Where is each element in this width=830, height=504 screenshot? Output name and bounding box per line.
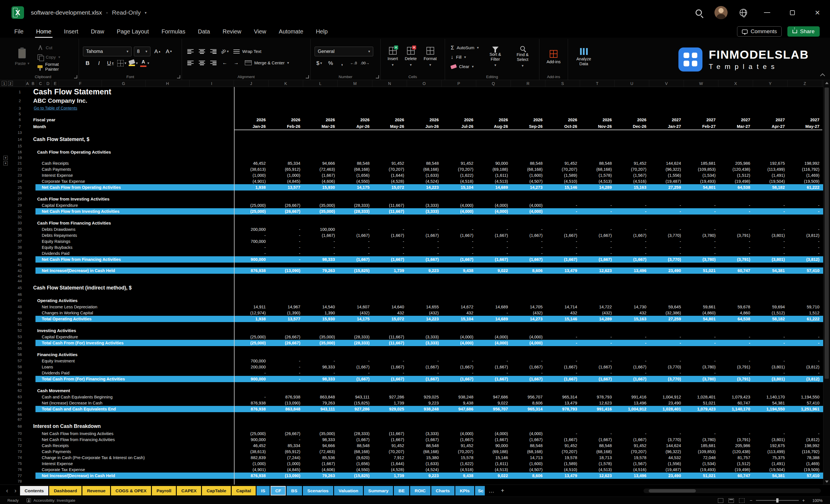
cell[interactable]: 14,967 [268,304,303,310]
cell[interactable]: 1,028,401 [649,406,684,412]
row-number[interactable]: 13 [14,130,26,135]
cell[interactable]: - [788,202,822,208]
cell[interactable]: (4,000) [476,334,511,340]
cell[interactable]: (1,578) [580,461,615,467]
cell[interactable]: 27,259 [649,184,684,190]
cell[interactable]: 14,640 [372,304,407,310]
cell[interactable]: 64,538 [719,316,753,322]
cell[interactable]: 900,000 [234,437,268,442]
column-header[interactable]: N [372,80,407,87]
increase-font-button[interactable]: A▴ [153,47,162,56]
row-number[interactable]: 78 [14,479,26,484]
cell[interactable]: (1,567) [615,461,649,467]
cell[interactable]: (3,801) [753,232,788,238]
cell[interactable]: - [580,208,615,215]
cell[interactable]: - [615,208,649,215]
cell[interactable]: (1,644) [372,172,407,178]
cell[interactable]: (35,000) [303,340,338,346]
cell[interactable]: (1,667) [303,461,338,467]
cell[interactable]: 200,000 [234,226,268,232]
cell[interactable]: (65,912) [268,166,303,172]
presence-button[interactable] [732,0,755,25]
cell[interactable]: - [511,244,545,250]
cell[interactable]: 927,286 [338,406,372,412]
cell[interactable]: 1,028,401 [684,394,719,400]
cell[interactable]: - [303,358,338,364]
decrease-indent-button[interactable]: ← [220,58,229,67]
cell[interactable]: 4,860 [719,310,753,316]
cell[interactable]: Feb-27 [684,123,719,130]
cell[interactable]: - [719,340,753,346]
row-label[interactable]: Dividends Paid [26,250,234,256]
cell[interactable]: 91,452 [372,442,407,448]
row-label[interactable]: Corporate Tax Expense [26,467,234,473]
cell[interactable]: - [268,250,303,256]
cell[interactable]: May-26 [372,123,407,130]
row-label[interactable]: Interest Expense [26,172,234,178]
cell[interactable]: - [407,226,442,232]
row-label[interactable]: Month [26,123,234,130]
cell[interactable]: - [788,250,822,256]
cell[interactable]: (432) [338,310,372,316]
cell[interactable]: (1,611) [476,172,511,178]
ribbon-tab-insert[interactable]: Insert [58,25,85,38]
cell[interactable]: 13,496 [615,267,649,274]
cell[interactable]: (1,600) [511,461,545,467]
cell[interactable]: - [268,358,303,364]
cell[interactable]: 14,722 [580,304,615,310]
align-middle-button[interactable] [197,47,206,56]
cell[interactable]: (4,516) [615,467,649,473]
row-label[interactable]: Net Income Less Depreciation [26,304,234,310]
cell[interactable]: 72,048 [684,454,719,461]
cell[interactable]: 927,286 [372,394,407,400]
row-number[interactable]: 14 [14,135,26,144]
cell[interactable]: (1,667) [407,437,442,442]
cell[interactable]: (68,168) [580,166,615,172]
cell[interactable]: 200,000 [234,364,268,370]
cell[interactable]: (1,469) [788,461,822,467]
cell[interactable]: (1,633) [407,461,442,467]
cell[interactable]: (38,613) [234,166,268,172]
cell[interactable]: 14,607 [338,304,372,310]
cell[interactable]: - [719,238,753,244]
cell[interactable]: Oct-26 [545,123,580,130]
row-label[interactable]: Net Cash Flow from Investing Activities [26,208,234,215]
row-number[interactable]: 52 [14,327,26,334]
row-number[interactable]: 21 [14,160,26,166]
horizontal-scrollbar[interactable] [643,489,821,493]
cell[interactable]: (28,333) [338,202,372,208]
sheet-tab-capex[interactable]: CAPEX [177,486,201,496]
cell[interactable]: 64,538 [719,184,753,190]
cell[interactable]: 98,333 [303,256,338,262]
cell[interactable]: (28,333) [338,334,372,340]
outline-level-button[interactable]: 1 [2,81,7,86]
sheet-tab-roic[interactable]: ROIC [410,486,430,496]
row-number[interactable]: 36 [14,232,26,238]
cell[interactable]: (4,606) [303,178,338,184]
cell[interactable]: (1,556) [649,172,684,178]
row-label[interactable]: Net Cash Flow from Financing Activities [26,256,234,262]
cell[interactable]: (19,487) [649,178,684,184]
cell[interactable]: - [511,358,545,364]
cell[interactable]: - [580,358,615,364]
cell[interactable]: (1,667) [580,364,615,370]
cell[interactable]: (70,207) [372,448,407,454]
row-number[interactable]: 50 [14,316,26,322]
cell[interactable]: 13,479 [545,267,580,274]
row-label[interactable]: Equity Raisings [26,238,234,244]
cell[interactable]: 58,182 [753,316,788,322]
cell[interactable]: (4,507) [511,178,545,184]
row-label[interactable]: Cash Flow from Financing Activities [26,219,234,226]
cell[interactable]: - [649,340,684,346]
cell[interactable]: 12,623 [580,267,615,274]
cell[interactable]: 700,000 [234,358,268,364]
cell[interactable]: (1,667) [545,364,580,370]
row-label[interactable]: Interest Expense [26,461,234,467]
cell[interactable]: 12,623 [580,400,615,406]
row-label[interactable]: Net Increase/(Decrease) in Cash Held [26,473,234,479]
cell[interactable]: (1,667) [615,256,649,262]
cell[interactable]: (25,000) [234,202,268,208]
cell[interactable]: (432) [511,310,545,316]
cell[interactable]: 23,490 [649,473,684,479]
cell[interactable]: 943,111 [303,406,338,412]
